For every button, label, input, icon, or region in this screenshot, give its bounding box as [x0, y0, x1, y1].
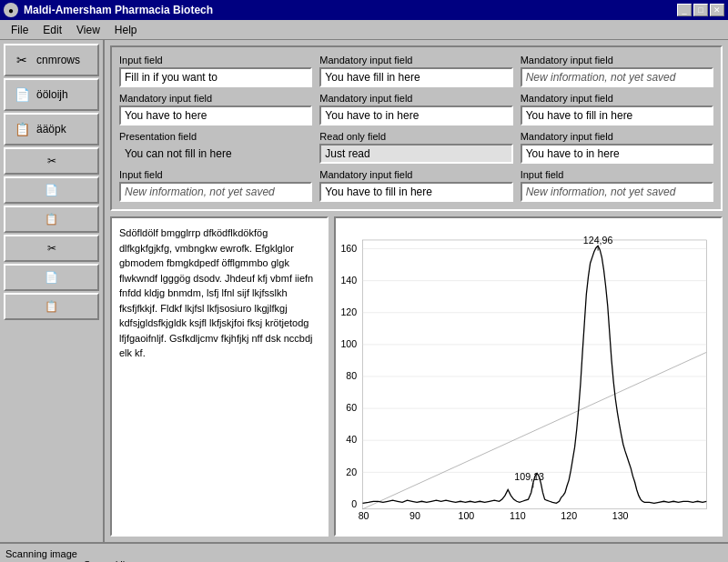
x-label-100: 100: [459, 510, 475, 521]
mandatory-field-4[interactable]: [319, 105, 512, 125]
status-line-1: Scanning image: [5, 548, 723, 559]
y-label-80: 80: [346, 370, 357, 381]
field-mandatory-3: Mandatory input field: [119, 93, 312, 125]
chart-svg: 0 20 40 60 80 100 120 140 160 80 90 100 …: [339, 222, 717, 531]
menu-view[interactable]: View: [69, 22, 107, 38]
peak1-label: 109,13: [514, 471, 544, 482]
input-field-1[interactable]: [119, 67, 312, 87]
content-area: Input field Mandatory input field Mandat…: [105, 40, 728, 542]
label-mandatory-2: Mandatory input field: [521, 55, 713, 65]
label-readonly: Read only field: [319, 131, 512, 142]
menu-bar: File Edit View Help: [0, 20, 728, 40]
label-mandatory-4: Mandatory input field: [319, 93, 512, 104]
bottom-section: Sdöfldölf bmgglrrp dfködflkdökfög dlfkgk…: [110, 216, 723, 537]
document2-icon: 📄: [45, 184, 58, 196]
sidebar-btn-aaopk[interactable]: 📋 ääöpk: [4, 113, 99, 146]
text-content: Sdöfldölf bmgglrrp dfködflkdökfög dlfkgk…: [119, 226, 319, 361]
x-label-130: 130: [612, 510, 629, 521]
field-mandatory-7: Mandatory input field: [319, 169, 512, 202]
scissors2-icon: ✂: [47, 155, 56, 167]
title-bar-left: ● Maldi-Amersham Pharmacia Biotech: [4, 3, 213, 17]
field-mandatory-6: Mandatory input field: [521, 131, 713, 164]
field-presentation: Presentation field: [119, 131, 312, 164]
menu-file[interactable]: File: [4, 22, 35, 38]
y-label-60: 60: [346, 402, 357, 413]
y-label-100: 100: [340, 338, 357, 349]
menu-edit[interactable]: Edit: [35, 22, 69, 38]
sidebar-label-cnmrows: cnmrows: [36, 54, 80, 66]
form-section: Input field Mandatory input field Mandat…: [110, 45, 723, 211]
field-mandatory-2: Mandatory input field: [521, 55, 713, 87]
y-label-0: 0: [351, 498, 357, 509]
label-input-3: Input field: [521, 169, 713, 180]
sidebar-icon-btn-4[interactable]: ✂: [4, 235, 99, 262]
clipboard2-icon: 📋: [45, 213, 58, 226]
input-field-3[interactable]: [521, 182, 713, 202]
field-input-1: Input field: [119, 55, 312, 87]
menu-help[interactable]: Help: [107, 22, 145, 38]
document-icon: 📄: [13, 87, 31, 102]
label-presentation: Presentation field: [119, 131, 312, 142]
y-label-160: 160: [340, 243, 357, 254]
mandatory-field-3[interactable]: [119, 105, 312, 125]
sidebar-icon-btn-6[interactable]: 📋: [4, 293, 99, 320]
presentation-field: [119, 144, 312, 164]
sidebar-icon-btn-3[interactable]: 📋: [4, 206, 99, 233]
minimize-button[interactable]: _: [677, 4, 692, 16]
x-label-80: 80: [359, 510, 369, 521]
close-button[interactable]: ✕: [710, 4, 724, 16]
input-field-2[interactable]: [119, 182, 312, 202]
field-input-2: Input field: [119, 169, 312, 202]
clipboard-icon: 📋: [13, 122, 31, 136]
mandatory-field-6[interactable]: [521, 144, 713, 164]
label-mandatory-3: Mandatory input field: [119, 93, 312, 104]
sidebar: ✂ cnmrows 📄 ööloijh 📋 ääöpk ✂ 📄 📋 ✂ 📄 📋: [0, 40, 105, 542]
sidebar-label-aaopk: ääöpk: [36, 123, 66, 135]
text-panel: Sdöfldölf bmgglrrp dfködflkdökfög dlfkgk…: [110, 216, 329, 537]
mandatory-field-1[interactable]: [319, 67, 512, 87]
chart-panel: 0 20 40 60 80 100 120 140 160 80 90 100 …: [334, 216, 723, 537]
label-mandatory-1: Mandatory input field: [319, 55, 512, 65]
field-mandatory-5: Mandatory input field: [521, 93, 713, 125]
y-label-40: 40: [346, 434, 357, 445]
mandatory-field-5[interactable]: [521, 105, 713, 125]
mandatory-field-2[interactable]: [521, 67, 713, 87]
y-label-20: 20: [346, 467, 357, 477]
sidebar-icon-btn-1[interactable]: ✂: [4, 147, 99, 175]
sidebar-label-ooloijh: ööloijh: [36, 88, 68, 101]
sidebar-icon-btn-2[interactable]: 📄: [4, 176, 99, 204]
y-label-120: 120: [340, 306, 357, 317]
mandatory-field-7[interactable]: [319, 182, 512, 202]
x-label-110: 110: [510, 510, 526, 521]
label-mandatory-6: Mandatory input field: [521, 131, 713, 142]
label-input-2: Input field: [119, 169, 312, 180]
label-input-1: Input field: [119, 55, 312, 65]
form-grid: Input field Mandatory input field Mandat…: [119, 55, 713, 202]
scissors3-icon: ✂: [47, 242, 56, 255]
scissors-icon: ✂: [13, 53, 31, 67]
sidebar-icon-btn-5[interactable]: 📄: [4, 264, 99, 291]
peak2-label: 124,96: [583, 235, 613, 246]
field-mandatory-4: Mandatory input field: [319, 93, 512, 125]
sidebar-btn-cnmrows[interactable]: ✂ cnmrows: [4, 44, 99, 76]
x-label-90: 90: [410, 510, 420, 521]
y-label-140: 140: [340, 275, 357, 286]
field-readonly: Read only field: [319, 131, 512, 164]
title-bar: ● Maldi-Amersham Pharmacia Biotech _ □ ✕: [0, 0, 728, 20]
label-mandatory-7: Mandatory input field: [319, 169, 512, 180]
readonly-field: [319, 144, 512, 164]
main-container: ✂ cnmrows 📄 ööloijh 📋 ääöpk ✂ 📄 📋 ✂ 📄 📋: [0, 40, 728, 542]
sidebar-btn-ooloijh[interactable]: 📄 ööloijh: [4, 78, 99, 111]
window-title: Maldi-Amersham Pharmacia Biotech: [24, 4, 213, 16]
field-input-3: Input field: [521, 169, 713, 202]
app-icon: ●: [4, 3, 18, 17]
x-label-120: 120: [561, 510, 577, 521]
clipboard3-icon: 📋: [45, 300, 58, 313]
field-mandatory-1: Mandatory input field: [319, 55, 512, 87]
document3-icon: 📄: [45, 271, 58, 284]
chart-area: [363, 240, 707, 509]
window-controls[interactable]: _ □ ✕: [677, 4, 724, 16]
status-bar: Scanning image Second line: [0, 542, 728, 562]
label-mandatory-5: Mandatory input field: [521, 93, 713, 104]
maximize-button[interactable]: □: [693, 4, 708, 16]
